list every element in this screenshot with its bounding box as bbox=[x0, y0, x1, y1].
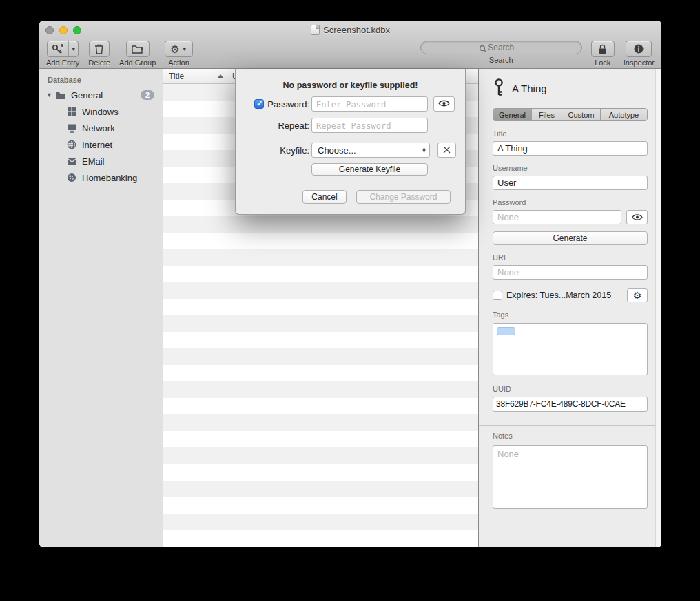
username-field[interactable] bbox=[493, 176, 648, 190]
repeat-row: Repeat: bbox=[249, 118, 451, 133]
title-field[interactable] bbox=[493, 141, 648, 156]
lock-button[interactable] bbox=[591, 41, 615, 57]
lock-icon bbox=[598, 44, 607, 54]
expires-settings-button[interactable]: ⚙ bbox=[627, 288, 648, 302]
search-field bbox=[420, 41, 582, 54]
info-icon bbox=[633, 43, 644, 54]
folder-plus-icon bbox=[132, 44, 144, 54]
key-plus-icon bbox=[48, 41, 68, 56]
add-entry-label: Add Entry bbox=[46, 59, 79, 67]
gear-icon: ⚙ bbox=[170, 44, 179, 54]
mail-icon bbox=[65, 156, 78, 167]
title-field-label: Title bbox=[493, 129, 648, 138]
inspector-button[interactable] bbox=[626, 41, 652, 57]
tag-chip[interactable] bbox=[497, 327, 515, 335]
sidebar: Database ▼ General 2 Windows bbox=[39, 69, 163, 547]
uuid-label: UUID bbox=[493, 385, 648, 393]
window-title: Screenshot.kdbx bbox=[39, 21, 661, 39]
generate-password-button[interactable]: Generate bbox=[493, 231, 648, 245]
trash-icon bbox=[94, 43, 104, 54]
notes-field[interactable]: None bbox=[493, 445, 648, 509]
sidebar-item-email[interactable]: EMail bbox=[39, 153, 163, 169]
tab-files[interactable]: Files bbox=[532, 109, 562, 120]
inspector-header: A Thing bbox=[493, 78, 648, 98]
sidebar-section-header: Database bbox=[39, 74, 163, 87]
username-field-label: Username bbox=[493, 164, 648, 172]
sidebar-item-label: Network bbox=[82, 123, 163, 134]
tab-general[interactable]: General bbox=[493, 109, 532, 120]
key-icon bbox=[493, 78, 505, 99]
reveal-password-button[interactable] bbox=[433, 96, 455, 112]
inspector-group: Inspector bbox=[624, 41, 655, 67]
lock-group: Lock bbox=[591, 41, 615, 67]
windows-icon bbox=[65, 106, 78, 117]
keyfile-popup[interactable]: Choose... ▲▼ bbox=[311, 143, 430, 158]
sheet-actions: Cancel Change Password bbox=[236, 190, 451, 204]
sidebar-item-label: EMail bbox=[82, 156, 163, 167]
change-password-sheet: No password or keyfile supplied! Passwor… bbox=[235, 69, 466, 215]
gear-icon: ⚙ bbox=[633, 290, 642, 301]
chevron-down-icon[interactable]: ▼ bbox=[68, 41, 78, 56]
action-button[interactable]: ⚙ ▼ bbox=[165, 41, 192, 57]
delete-label: Delete bbox=[88, 59, 110, 67]
disclosure-triangle-icon[interactable]: ▼ bbox=[46, 92, 54, 98]
password-field[interactable] bbox=[493, 210, 621, 224]
tags-field[interactable] bbox=[493, 323, 648, 375]
password-input[interactable] bbox=[311, 96, 428, 112]
expires-checkbox[interactable] bbox=[493, 291, 502, 300]
sidebar-item-internet[interactable]: Internet bbox=[39, 136, 163, 153]
password-checkbox[interactable] bbox=[254, 99, 264, 109]
change-password-button: Change Password bbox=[356, 190, 451, 204]
reveal-password-button[interactable] bbox=[626, 210, 648, 224]
popup-stepper-icon: ▲▼ bbox=[422, 147, 426, 153]
uuid-field[interactable] bbox=[493, 397, 648, 412]
sidebar-item-label: Windows bbox=[82, 107, 163, 117]
sidebar-item-homebanking[interactable]: Homebanking bbox=[39, 169, 163, 186]
inspector-scrollbar[interactable] bbox=[655, 69, 661, 547]
window-title-text: Screenshot.kdbx bbox=[323, 25, 390, 35]
search-group: Search bbox=[420, 41, 582, 64]
sidebar-item-general[interactable]: ▼ General 2 bbox=[39, 87, 163, 103]
delete-group: Delete bbox=[88, 41, 110, 67]
eye-icon bbox=[632, 211, 643, 224]
expires-label: Expires: Tues...March 2015 bbox=[506, 291, 623, 300]
sidebar-item-windows[interactable]: Windows bbox=[39, 103, 163, 120]
delete-button[interactable] bbox=[89, 41, 110, 57]
tags-label: Tags bbox=[493, 310, 648, 319]
add-group-group: Add Group bbox=[119, 41, 156, 67]
eye-icon bbox=[438, 98, 450, 110]
column-header-title[interactable]: Title bbox=[163, 69, 227, 83]
network-icon bbox=[65, 123, 78, 134]
url-field[interactable] bbox=[493, 265, 648, 280]
keyfile-label: Keyfile: bbox=[280, 145, 309, 156]
keyfile-popup-value: Choose... bbox=[318, 145, 422, 156]
folder-icon bbox=[54, 89, 67, 101]
window-header: Screenshot.kdbx ▼ Add Entry bbox=[39, 21, 661, 69]
search-input[interactable] bbox=[420, 41, 582, 54]
password-field-label: Password bbox=[493, 198, 648, 207]
expires-row: Expires: Tues...March 2015 ⚙ bbox=[493, 288, 648, 302]
chevron-down-icon: ▼ bbox=[182, 46, 187, 52]
generate-keyfile-button[interactable]: Generate Keyfile bbox=[311, 163, 428, 176]
sidebar-item-label: General bbox=[71, 90, 141, 101]
sheet-message: No password or keyfile supplied! bbox=[236, 81, 465, 90]
sidebar-item-network[interactable]: Network bbox=[39, 120, 163, 136]
entry-title: A Thing bbox=[512, 83, 547, 94]
cancel-button[interactable]: Cancel bbox=[302, 190, 347, 204]
inspector-label: Inspector bbox=[624, 59, 655, 67]
inspector-panel: A Thing General Files Custom Autotype Ti… bbox=[479, 69, 661, 547]
tab-custom[interactable]: Custom bbox=[562, 109, 601, 120]
clear-keyfile-button[interactable] bbox=[438, 143, 456, 158]
add-entry-button[interactable]: ▼ bbox=[47, 41, 79, 57]
repeat-password-input[interactable] bbox=[311, 118, 428, 133]
add-entry-group: ▼ Add Entry bbox=[46, 41, 79, 67]
document-icon bbox=[311, 25, 320, 35]
toolbar: ▼ Add Entry Delete bbox=[39, 39, 661, 69]
add-group-button[interactable] bbox=[126, 41, 150, 57]
close-icon bbox=[443, 144, 451, 156]
lock-label: Lock bbox=[595, 59, 610, 67]
tab-autotype[interactable]: Autotype bbox=[601, 109, 647, 120]
notes-label: Notes bbox=[493, 432, 648, 440]
password-row: Password: bbox=[249, 96, 451, 112]
add-group-label: Add Group bbox=[119, 59, 156, 67]
